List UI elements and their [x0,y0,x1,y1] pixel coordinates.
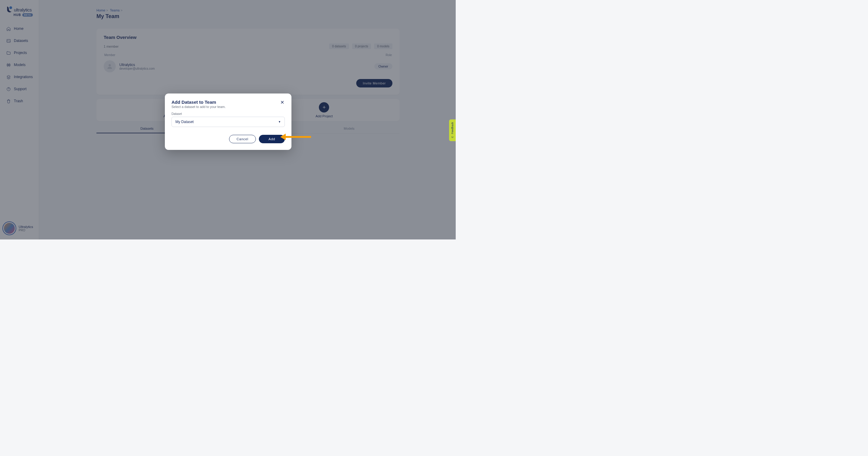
modal-title: Add Dataset to Team [172,99,226,105]
dataset-select[interactable]: My Dataset ▼ [172,117,285,127]
modal-subtitle: Select a dataset to add to your team. [172,105,226,109]
feedback-label: Feedback [451,122,454,134]
select-value: My Dataset [176,120,194,124]
cancel-button[interactable]: Cancel [229,135,256,143]
field-label: Dataset [172,112,285,115]
chevron-down-icon: ▼ [278,120,281,123]
add-dataset-modal: Add Dataset to Team Select a dataset to … [165,93,291,150]
feedback-tab[interactable]: Feedback ☺ [449,119,456,141]
close-icon[interactable]: ✕ [279,99,285,105]
smile-icon: ☺ [451,135,454,138]
add-button[interactable]: Add [259,135,285,143]
